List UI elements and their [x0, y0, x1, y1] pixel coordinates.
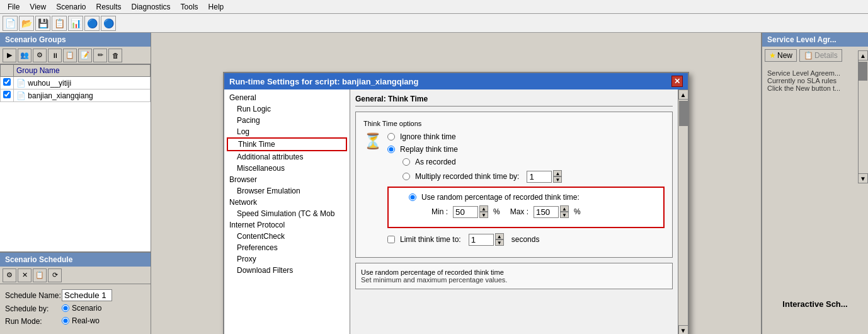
table-row[interactable]: 📄 banjian_xiangqiang — [1, 89, 151, 102]
menu-tools[interactable]: Tools — [176, 1, 203, 13]
ignore-think-time-radio[interactable] — [387, 133, 395, 141]
tree-speed-sim[interactable]: Speed Simulation (TC & Mob — [227, 208, 347, 219]
row2-checkbox[interactable] — [3, 91, 11, 98]
tree-preferences[interactable]: Preferences — [227, 242, 347, 253]
sg-btn7[interactable]: ✏ — [93, 49, 107, 62]
max-label: Max : — [510, 207, 528, 216]
sg-play-btn[interactable]: ▶ — [3, 49, 16, 62]
sla-new-btn[interactable]: ★ New — [765, 49, 797, 62]
multiply-spinner[interactable]: ▲ ▼ — [553, 170, 562, 183]
schedule-content: Schedule Name: Schedule by: Scenario Run… — [0, 284, 151, 334]
limit-checkbox[interactable] — [387, 236, 395, 243]
ignore-think-time-row: Ignore think time — [387, 132, 665, 141]
multiply-up-btn[interactable]: ▲ — [553, 170, 562, 176]
sg-btn3[interactable]: ⚙ — [33, 49, 47, 62]
dialog-scrollbar[interactable]: ▲ ▼ — [678, 89, 688, 334]
tree-browser[interactable]: Browser — [227, 174, 347, 185]
sla-line3: Click the New button t... — [767, 84, 863, 92]
tree-browser-emulation[interactable]: Browser Emulation — [227, 185, 347, 197]
sch-btn4[interactable]: ⟳ — [48, 268, 62, 282]
limit-row: Limit think time to: ▲ ▼ seconds — [387, 233, 665, 246]
tree-download-filters[interactable]: Download Filters — [227, 265, 347, 276]
sla-scroll-down[interactable]: ▼ — [858, 173, 868, 183]
scroll-down-btn[interactable]: ▼ — [678, 325, 688, 334]
menu-view[interactable]: View — [25, 1, 51, 13]
run-mode-label: Run Mode: — [5, 317, 62, 326]
sch-btn2[interactable]: ✕ — [18, 268, 31, 282]
hourglass-icon: ⏳ — [363, 132, 382, 150]
sla-details-btn[interactable]: 📋 Details — [799, 49, 842, 62]
multiply-radio[interactable] — [403, 173, 410, 180]
sg-btn2[interactable]: 👥 — [18, 49, 31, 62]
schedule-by-scenario-radio[interactable] — [62, 304, 69, 312]
toolbar-btn6[interactable]: 🔵 — [84, 16, 100, 31]
tree-think-time[interactable]: Think Time — [227, 137, 347, 151]
sch-btn3[interactable]: 📋 — [33, 268, 47, 282]
limit-spinner[interactable]: ▲ ▼ — [495, 233, 504, 246]
toolbar-btn5[interactable]: 📊 — [68, 16, 83, 31]
max-up-btn[interactable]: ▲ — [560, 205, 569, 212]
scroll-up-btn[interactable]: ▲ — [678, 89, 688, 100]
sla-new-icon: ★ — [769, 51, 776, 60]
multiply-input[interactable] — [527, 171, 552, 183]
row1-checkbox[interactable] — [3, 78, 11, 86]
toolbar-open-btn[interactable]: 📂 — [19, 16, 34, 31]
tree-miscellaneous[interactable]: Miscellaneous — [227, 163, 347, 174]
content-panel: General: Think Time Think Time options ⏳ — [350, 89, 678, 334]
sg-btn8[interactable]: 🗑 — [108, 49, 122, 62]
max-input[interactable] — [534, 206, 559, 218]
menu-scenario[interactable]: Scenario — [51, 1, 91, 13]
menu-file[interactable]: File — [3, 1, 25, 13]
min-input[interactable] — [453, 206, 478, 218]
menu-diagnostics[interactable]: Diagnostics — [127, 1, 176, 13]
dialog-close-btn[interactable]: ✕ — [671, 76, 683, 87]
tree-log[interactable]: Log — [227, 126, 347, 137]
max-spinner[interactable]: ▲ ▼ — [560, 205, 569, 218]
tree-internet-protocol[interactable]: Internet Protocol — [227, 219, 347, 231]
sg-btn4[interactable]: ⏸ — [48, 49, 62, 62]
toolbar-new-btn[interactable]: 📄 — [3, 16, 18, 31]
use-random-row: Use random percentage of recorded think … — [409, 193, 658, 202]
schedule-name-input[interactable] — [62, 289, 112, 301]
tree-content-check[interactable]: ContentCheck — [227, 231, 347, 242]
tree-run-logic[interactable]: Run Logic — [227, 103, 347, 115]
think-time-options-label: Think Time options — [363, 120, 665, 127]
tree-proxy[interactable]: Proxy — [227, 253, 347, 265]
tree-additional[interactable]: Additional attributes — [227, 151, 347, 163]
use-random-radio[interactable] — [409, 193, 416, 201]
sg-btn5[interactable]: 📋 — [63, 49, 77, 62]
content-section-title: General: Think Time — [355, 95, 673, 107]
as-recorded-radio[interactable] — [403, 158, 410, 166]
dialog-title: Run-time Settings for script: banjian_xi… — [229, 77, 418, 86]
replay-think-time-row: Replay think time — [387, 145, 665, 154]
menu-help[interactable]: Help — [203, 1, 229, 13]
min-max-row: Min : ▲ ▼ % — [431, 205, 658, 218]
tree-network[interactable]: Network — [227, 197, 347, 208]
sla-scroll-up[interactable]: ▲ — [858, 50, 868, 60]
replay-think-time-radio[interactable] — [387, 146, 395, 153]
min-down-btn[interactable]: ▼ — [479, 212, 488, 218]
sla-scroll-thumb[interactable] — [859, 62, 867, 81]
limit-input[interactable] — [469, 234, 494, 246]
scroll-thumb[interactable] — [679, 101, 688, 126]
toolbar-save-btn[interactable]: 💾 — [35, 16, 50, 31]
min-spinner[interactable]: ▲ ▼ — [479, 205, 488, 218]
min-up-btn[interactable]: ▲ — [479, 205, 488, 212]
menu-results[interactable]: Results — [91, 1, 127, 13]
tree-pacing[interactable]: Pacing — [227, 115, 347, 126]
run-mode-radio[interactable] — [62, 317, 69, 325]
limit-down-btn[interactable]: ▼ — [495, 239, 504, 246]
multiply-down-btn[interactable]: ▼ — [553, 176, 562, 183]
limit-up-btn[interactable]: ▲ — [495, 233, 504, 239]
sla-content: Service Level Agreem... Currently no SLA… — [762, 64, 868, 97]
main-toolbar: 📄 📂 💾 📋 📊 🔵 🔵 — [0, 14, 868, 33]
sch-btn1[interactable]: ⚙ — [3, 268, 16, 282]
table-row[interactable]: 📄 wuhou__yitiji — [1, 77, 151, 89]
toolbar-btn7[interactable]: 🔵 — [101, 16, 116, 31]
sg-btn6[interactable]: 📝 — [78, 49, 92, 62]
tree-general[interactable]: General — [227, 92, 347, 103]
group-name-header: Group Name — [14, 65, 151, 77]
schedule-by-scenario-label: Scenario — [72, 304, 101, 313]
max-down-btn[interactable]: ▼ — [560, 212, 569, 218]
toolbar-btn4[interactable]: 📋 — [52, 16, 67, 31]
